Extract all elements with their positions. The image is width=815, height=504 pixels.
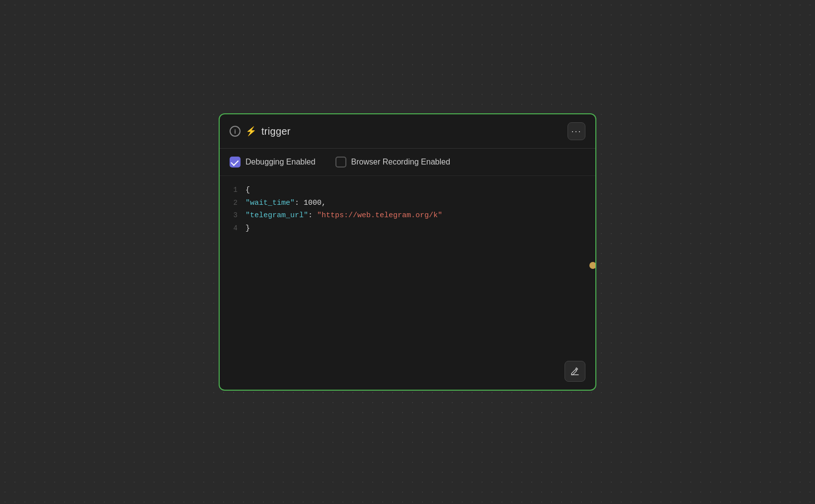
code-key-telegram-url: "telegram_url" <box>245 211 308 220</box>
code-line-3: 3 "telegram_url": "https://web.telegram.… <box>230 209 585 222</box>
info-icon[interactable]: i <box>230 126 241 137</box>
code-line-4: 4 } <box>230 222 585 235</box>
comma-1: , <box>322 199 326 207</box>
debugging-checkbox[interactable] <box>230 157 241 168</box>
code-key-wait-time: "wait_time" <box>245 199 295 207</box>
edit-button[interactable] <box>565 361 585 382</box>
card-header: i ⚡ trigger ··· <box>220 114 595 149</box>
code-value-wait-time: 1000 <box>304 199 322 207</box>
browser-recording-checkbox[interactable] <box>335 157 346 168</box>
colon-2: : <box>308 211 317 220</box>
code-content-2: "wait_time": 1000, <box>245 197 326 210</box>
code-value-telegram-url: "https://web.telegram.org/k" <box>317 211 442 220</box>
trigger-title: trigger <box>261 126 291 137</box>
scrollbar-indicator <box>589 262 596 269</box>
colon-1: : <box>295 199 304 207</box>
debugging-checkbox-group[interactable]: Debugging Enabled <box>230 157 316 168</box>
more-options-button[interactable]: ··· <box>568 122 585 140</box>
code-line-1: 1 { <box>230 184 585 197</box>
line-number-4: 4 <box>230 223 238 235</box>
line-number-2: 2 <box>230 197 238 209</box>
browser-recording-checkbox-group[interactable]: Browser Recording Enabled <box>335 157 450 168</box>
code-line-2: 2 "wait_time": 1000, <box>230 197 585 210</box>
header-left: i ⚡ trigger <box>230 126 291 137</box>
browser-recording-label: Browser Recording Enabled <box>351 158 450 167</box>
bolt-icon: ⚡ <box>245 126 256 137</box>
card-controls: Debugging Enabled Browser Recording Enab… <box>220 149 595 176</box>
code-content-3: "telegram_url": "https://web.telegram.or… <box>245 209 442 222</box>
line-number-3: 3 <box>230 210 238 222</box>
debugging-label: Debugging Enabled <box>245 158 316 167</box>
code-content-4: } <box>245 222 250 235</box>
edit-icon <box>570 367 579 376</box>
code-editor[interactable]: 1 { 2 "wait_time": 1000, 3 "telegram_url… <box>220 176 595 355</box>
code-content-1: { <box>245 184 250 197</box>
line-number-1: 1 <box>230 184 238 196</box>
trigger-card: i ⚡ trigger ··· Debugging Enabled Browse… <box>219 113 596 391</box>
card-footer <box>220 355 595 390</box>
